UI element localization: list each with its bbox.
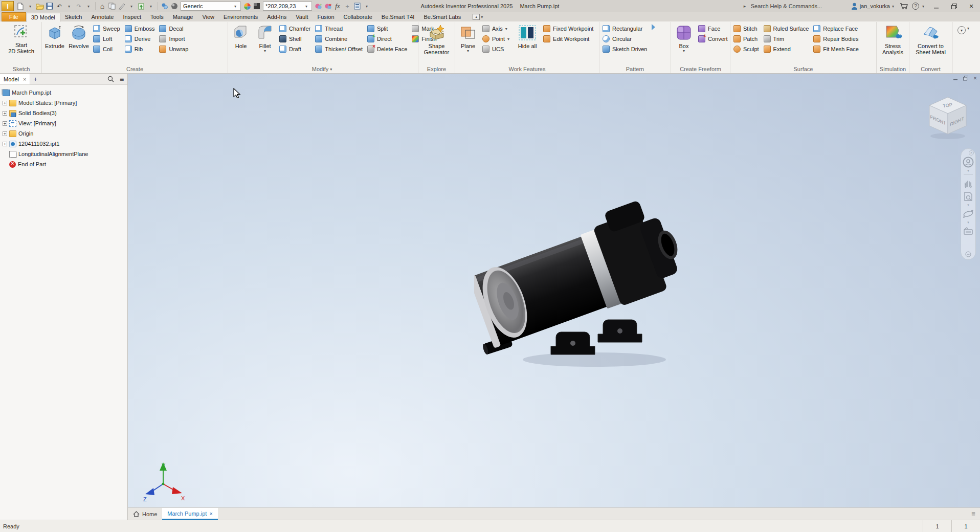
combine-button[interactable]: Combine [313, 34, 365, 44]
sketch-driven-pattern-button[interactable]: Sketch Driven [600, 44, 649, 54]
edit-workpoint-button[interactable]: Edit Workpoint [541, 34, 595, 44]
doc-close-button[interactable]: × [973, 76, 977, 81]
tab-3d-model[interactable]: 3D Model [26, 13, 60, 22]
panel-label-convert[interactable]: Convert [909, 65, 952, 73]
undo-button[interactable]: ↶ [55, 2, 64, 11]
start-2d-sketch-button[interactable]: Start 2D Sketch ▾ [7, 23, 36, 65]
new-file-button[interactable] [16, 2, 25, 11]
draft-button[interactable]: Draft [277, 44, 313, 54]
active-document-tab[interactable]: March Pump.ipt × [162, 508, 217, 520]
home-tab[interactable]: Home [128, 508, 162, 520]
plane-button[interactable]: Plane ▾ [456, 23, 480, 65]
look-at-icon[interactable] [962, 225, 974, 237]
import-button[interactable]: Import [157, 34, 190, 44]
view-cube[interactable]: TOP FRONT RIGHT [923, 94, 972, 141]
tab-list-menu-icon[interactable]: ≡ [967, 508, 980, 520]
browser-add-tab-button[interactable]: + [30, 74, 40, 84]
revolve-button[interactable]: Revolve [67, 23, 91, 65]
trim-button[interactable]: Trim [762, 34, 811, 44]
expand-icon[interactable]: + [3, 142, 7, 146]
freeform-box-button[interactable]: Box ▾ [672, 23, 696, 65]
undo-caret-icon[interactable]: ▾ [64, 2, 74, 11]
appearance-combo[interactable]: *202,209,23 ▾ [263, 2, 312, 11]
expand-icon[interactable]: + [3, 111, 7, 116]
tab-view[interactable]: View [197, 12, 219, 21]
circular-pattern-button[interactable]: Circular [600, 34, 649, 44]
rib-button[interactable]: Rib [123, 44, 157, 54]
ruled-surface-button[interactable]: Ruled Surface [762, 24, 811, 34]
expand-icon[interactable]: + [3, 131, 7, 136]
shape-generator-button[interactable]: Shape Generator [422, 23, 451, 65]
sketch-tool-caret-icon[interactable]: ▾ [127, 2, 136, 11]
tree-item-view[interactable]: + View: [Primary] [0, 118, 127, 128]
replace-face-button[interactable]: Replace Face [811, 24, 861, 34]
freeform-face-button[interactable]: Face [696, 24, 730, 34]
extrude-button[interactable]: Extrude [43, 23, 66, 65]
parameters-fx-button[interactable]: fx [333, 2, 342, 11]
tree-item-origin[interactable]: + Origin [0, 128, 127, 139]
fillet-button[interactable]: Fillet ▾ [253, 23, 277, 65]
navigation-wheel-icon[interactable] [962, 156, 974, 168]
panel-label-modify[interactable]: Modify▾ [228, 65, 418, 73]
expand-icon[interactable]: + [3, 121, 7, 126]
help-caret-icon[interactable]: ▾ [922, 4, 926, 9]
direct-button[interactable]: +Direct [365, 34, 409, 44]
panel-label-pattern[interactable]: Pattern [599, 65, 671, 73]
emboss-button[interactable]: Emboss [123, 24, 157, 34]
search-expand-icon[interactable]: ▸ [744, 4, 748, 9]
expand-icon[interactable]: + [3, 101, 7, 105]
open-button[interactable] [35, 2, 44, 11]
copy-button[interactable] [107, 2, 117, 11]
tree-item-end-of-part[interactable]: End of Part [0, 159, 127, 169]
panel-label-create[interactable]: Create [42, 65, 228, 73]
extend-button[interactable]: Extend [762, 44, 811, 54]
loft-button[interactable]: Loft [91, 34, 122, 44]
tab-besmart-t4i[interactable]: Be.Smart T4I [377, 12, 419, 21]
adjust-clear-icon[interactable]: × [323, 2, 332, 11]
color-wheel-icon[interactable] [242, 2, 252, 11]
redo-button[interactable]: ↷ [74, 2, 83, 11]
orbit-caret-icon[interactable]: ▾ [967, 221, 969, 224]
coil-button[interactable]: Coil [91, 44, 122, 54]
minimize-button[interactable] [929, 1, 944, 11]
sketch-tool-icon[interactable] [117, 2, 126, 11]
zoom-caret-icon[interactable]: ▾ [967, 204, 969, 207]
panel-label-surface[interactable]: Surface [730, 65, 876, 73]
user-account-button[interactable]: jan_vokurka ▾ [851, 3, 896, 10]
new-file-caret-icon[interactable]: ▾ [26, 2, 35, 11]
tree-item-alignment-plane[interactable]: LongitudinalAlignmentPlane [0, 149, 127, 159]
split-button[interactable]: Split [365, 24, 409, 34]
measure-plus-icon[interactable]: + [343, 2, 352, 11]
orbit-icon[interactable] [962, 208, 974, 220]
panel-label-explore[interactable]: Explore [418, 65, 455, 73]
appearance-swatch-icon[interactable] [252, 2, 261, 11]
save-button[interactable] [45, 2, 54, 11]
stress-analysis-button[interactable]: Stress Analysis [881, 23, 905, 65]
tab-manage[interactable]: Manage [168, 12, 198, 21]
tab-add-ins[interactable]: Add-Ins [262, 12, 291, 21]
repair-bodies-button[interactable]: Repair Bodies [811, 34, 861, 44]
tab-inspect[interactable]: Inspect [119, 12, 146, 21]
sculpt-button[interactable]: Sculpt [731, 44, 761, 54]
store-cart-icon[interactable] [899, 2, 909, 11]
panel-label-sketch[interactable]: Sketch [1, 65, 41, 73]
shell-button[interactable]: Shell [277, 34, 313, 44]
ribbon-collapse-button[interactable]: ▴ ▾ [473, 12, 485, 21]
sweep-button[interactable]: Sweep [91, 24, 122, 34]
mirror-button[interactable] [652, 24, 655, 30]
home-view-button[interactable]: ⌂ [98, 2, 107, 11]
thread-button[interactable]: Thread [313, 24, 365, 34]
tab-sketch[interactable]: Sketch [60, 12, 87, 21]
panel-label-work-features[interactable]: Work Features [455, 65, 599, 73]
delete-face-button[interactable]: ×Delete Face [365, 44, 409, 54]
freeform-convert-button[interactable]: +Convert [696, 34, 730, 44]
navwheel-caret-icon[interactable]: ▾ [967, 169, 969, 172]
tab-tools[interactable]: Tools [146, 12, 168, 21]
adjust-add-icon[interactable]: + [314, 2, 323, 11]
help-search-input[interactable]: Search Help & Commands... [751, 3, 848, 9]
inventor-logo-icon[interactable]: I [2, 1, 14, 11]
material-sphere-icon[interactable] [170, 2, 179, 11]
ucs-button[interactable]: UCS [480, 44, 514, 54]
tab-fusion[interactable]: Fusion [313, 12, 339, 21]
convert-to-sheet-metal-button[interactable]: Convert to Sheet Metal [914, 23, 947, 65]
